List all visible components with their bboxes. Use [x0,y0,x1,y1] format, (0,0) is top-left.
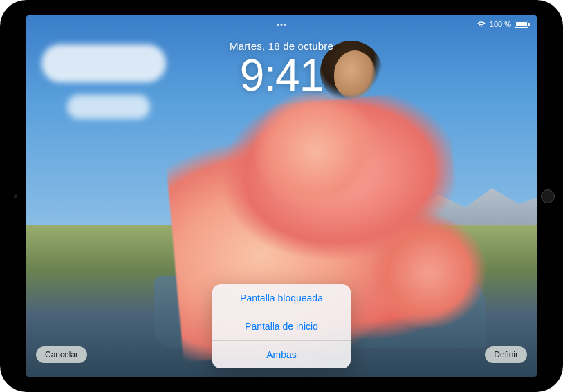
lockscreen-time: 9:41 [26,53,537,97]
wifi-icon [477,21,486,28]
battery-icon [515,21,528,28]
home-button[interactable] [541,189,555,203]
wallpaper-cloud [67,95,150,119]
front-camera [14,194,17,198]
wallpaper-set-action-sheet: Pantalla bloqueada Pantalla de inicio Am… [212,284,351,368]
set-button[interactable]: Definir [485,346,527,363]
action-set-both[interactable]: Ambas [212,341,351,368]
action-set-lock-screen[interactable]: Pantalla bloqueada [212,284,351,312]
multitasking-dots-icon[interactable] [277,24,286,26]
action-set-home-screen[interactable]: Pantalla de inicio [212,312,351,341]
lockscreen-datetime: Martes, 18 de octubre 9:41 [26,40,537,97]
battery-percentage: 100 % [490,20,511,28]
screen: 100 % Martes, 18 de octubre 9:41 Cancela… [26,15,537,377]
status-bar: 100 % [26,18,537,30]
ipad-device-frame: 100 % Martes, 18 de octubre 9:41 Cancela… [0,0,563,392]
cancel-button[interactable]: Cancelar [36,346,87,363]
